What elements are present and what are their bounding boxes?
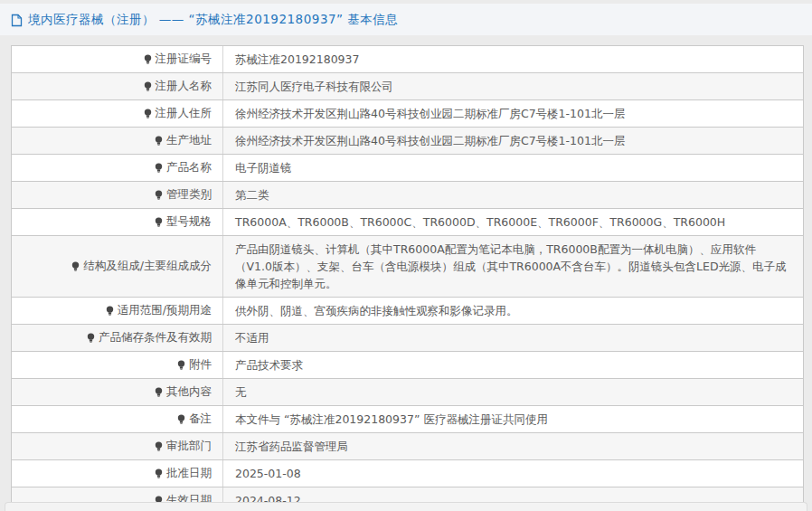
- row-label: 备注: [12, 406, 222, 432]
- row-value: 电子阴道镜: [222, 155, 803, 181]
- page-title: 境内医疗器械（注册） —— “苏械注准20192180937” 基本信息: [28, 12, 398, 28]
- row-value: 产品技术要求: [222, 352, 803, 378]
- row-label: 适用范围/预期用途: [12, 298, 222, 324]
- table-row-production-address: 生产地址 徐州经济技术开发区荆山路40号科技创业园二期标准厂房C7号楼1-101…: [12, 128, 803, 155]
- table-row-approval-department: 审批部门 江苏省药品监督管理局: [12, 433, 803, 460]
- bulb-icon: [155, 441, 163, 452]
- row-value-text: 苏械注准20192180937: [235, 51, 359, 68]
- page-header: 境内医疗器械（注册） —— “苏械注准20192180937” 基本信息: [0, 4, 812, 35]
- row-value: 江苏同人医疗电子科技有限公司: [222, 73, 803, 99]
- row-value-text: 江苏同人医疗电子科技有限公司: [235, 78, 393, 95]
- row-label: 批准日期: [12, 460, 222, 487]
- row-label-text: 产品名称: [166, 160, 212, 175]
- row-label-text: 产品储存条件及有效期: [99, 330, 212, 345]
- bulb-icon: [155, 190, 163, 201]
- bulb-icon: [177, 414, 185, 425]
- table-row-model-spec: 型号规格 TR6000A、TR6000B、TR6000C、TR6000D、TR6…: [12, 209, 803, 236]
- row-label: 型号规格: [12, 209, 222, 235]
- row-value: 2025-01-08: [222, 460, 803, 487]
- row-value-text: 产品由阴道镜头、计算机（其中TR6000A配置为笔记本电脑，TR6000B配置为…: [235, 241, 790, 292]
- row-label-text: 管理类别: [166, 187, 212, 203]
- row-label: 产品名称: [12, 155, 222, 181]
- row-label: 附件: [12, 352, 222, 378]
- row-value: 苏械注准20192180937: [222, 46, 803, 72]
- bulb-icon: [155, 387, 163, 398]
- row-value-text: 本文件与 “苏械注准20192180937” 医疗器械注册证共同使用: [235, 411, 548, 428]
- table-row-remark: 备注 本文件与 “苏械注准20192180937” 医疗器械注册证共同使用: [12, 406, 803, 433]
- row-value-text: 电子阴道镜: [235, 159, 292, 176]
- row-value: 无: [222, 379, 803, 405]
- bottom-panel-edge: [5, 502, 807, 511]
- row-value: 第二类: [222, 182, 803, 208]
- table-row-intended-use: 适用范围/预期用途 供外阴、阴道、宫颈疾病的非接触性观察和影像记录用。: [12, 298, 803, 325]
- row-label-text: 注册证编号: [156, 52, 212, 67]
- row-label: 生产地址: [12, 128, 222, 154]
- row-value-text: 产品技术要求: [235, 356, 303, 374]
- row-value: 不适用: [222, 325, 803, 351]
- table-row-approval-date: 批准日期 2025-01-08: [12, 460, 803, 487]
- row-value-text: 江苏省药品监督管理局: [235, 438, 348, 455]
- row-value-text: 徐州经济技术开发区荆山路40号科技创业园二期标准厂房C7号楼1-101北一层: [235, 132, 625, 149]
- table-row-registrant-name: 注册人名称 江苏同人医疗电子科技有限公司: [12, 73, 803, 100]
- row-label: 注册证编号: [12, 46, 222, 72]
- row-value-text: 不适用: [235, 329, 269, 346]
- row-value-text: TR6000A、TR6000B、TR6000C、TR6000D、TR6000E、…: [235, 213, 725, 231]
- bulb-icon: [144, 81, 152, 92]
- row-label: 注册人住所: [12, 100, 222, 127]
- bulb-icon: [144, 54, 152, 65]
- table-row-product-name: 产品名称 电子阴道镜: [12, 155, 803, 182]
- row-value-text: 供外阴、阴道、宫颈疾病的非接触性观察和影像记录用。: [235, 302, 518, 319]
- row-label-text: 型号规格: [166, 214, 212, 230]
- row-label: 注册人名称: [12, 73, 222, 99]
- row-label-text: 批准日期: [166, 466, 212, 481]
- bulb-icon: [155, 468, 163, 479]
- row-label-text: 其他内容: [166, 384, 212, 400]
- row-label: 其他内容: [12, 379, 222, 405]
- row-value: 江苏省药品监督管理局: [222, 433, 803, 459]
- table-row-registration-number: 注册证编号 苏械注准20192180937: [12, 46, 803, 73]
- registration-info-table: 注册证编号 苏械注准20192180937 注册人名称 江苏同人医疗电子科技有限…: [11, 45, 804, 511]
- row-label: 审批部门: [12, 433, 222, 459]
- bulb-icon: [155, 217, 163, 228]
- row-label: 结构及组成/主要组成成分: [12, 236, 222, 297]
- row-label-text: 生产地址: [166, 133, 212, 148]
- row-value: 徐州经济技术开发区荆山路40号科技创业园二期标准厂房C7号楼1-101北一层: [222, 100, 803, 127]
- bulb-icon: [106, 306, 114, 317]
- bulb-icon: [177, 360, 185, 371]
- row-value: 产品由阴道镜头、计算机（其中TR6000A配置为笔记本电脑，TR6000B配置为…: [222, 236, 803, 297]
- row-value: 供外阴、阴道、宫颈疾病的非接触性观察和影像记录用。: [222, 298, 803, 324]
- row-label-text: 审批部门: [166, 439, 212, 454]
- row-value: 本文件与 “苏械注准20192180937” 医疗器械注册证共同使用: [222, 406, 803, 432]
- bulb-icon: [71, 261, 80, 272]
- row-value: 徐州经济技术开发区荆山路40号科技创业园二期标准厂房C7号楼1-101北一层: [222, 128, 803, 154]
- document-icon: [11, 14, 23, 27]
- row-value-text: 徐州经济技术开发区荆山路40号科技创业园二期标准厂房C7号楼1-101北一层: [235, 105, 625, 122]
- row-label-text: 注册人住所: [156, 106, 212, 121]
- row-label-text: 适用范围/预期用途: [118, 303, 212, 318]
- table-row-structure-composition: 结构及组成/主要组成成分 产品由阴道镜头、计算机（其中TR6000A配置为笔记本…: [12, 236, 803, 298]
- bulb-icon: [155, 136, 163, 147]
- bulb-icon: [155, 163, 163, 174]
- row-label-text: 结构及组成/主要组成成分: [83, 259, 212, 274]
- row-label: 产品储存条件及有效期: [12, 325, 222, 351]
- bulb-icon: [144, 109, 152, 119]
- row-label-text: 备注: [189, 412, 212, 427]
- table-row-storage-validity: 产品储存条件及有效期 不适用: [12, 325, 803, 352]
- row-value: TR6000A、TR6000B、TR6000C、TR6000D、TR6000E、…: [222, 209, 803, 235]
- row-value-text: 无: [235, 383, 247, 401]
- row-label-text: 注册人名称: [156, 79, 212, 94]
- table-row-other-content: 其他内容 无: [12, 379, 803, 406]
- table-row-attachment: 附件 产品技术要求: [12, 352, 803, 379]
- bulb-icon: [87, 333, 95, 344]
- row-value-text: 2025-01-08: [235, 465, 301, 482]
- row-value-text: 第二类: [235, 186, 269, 203]
- table-row-management-class: 管理类别 第二类: [12, 182, 803, 209]
- row-label: 管理类别: [12, 182, 222, 208]
- row-label-text: 附件: [189, 357, 212, 373]
- table-row-registrant-address: 注册人住所 徐州经济技术开发区荆山路40号科技创业园二期标准厂房C7号楼1-10…: [12, 100, 803, 128]
